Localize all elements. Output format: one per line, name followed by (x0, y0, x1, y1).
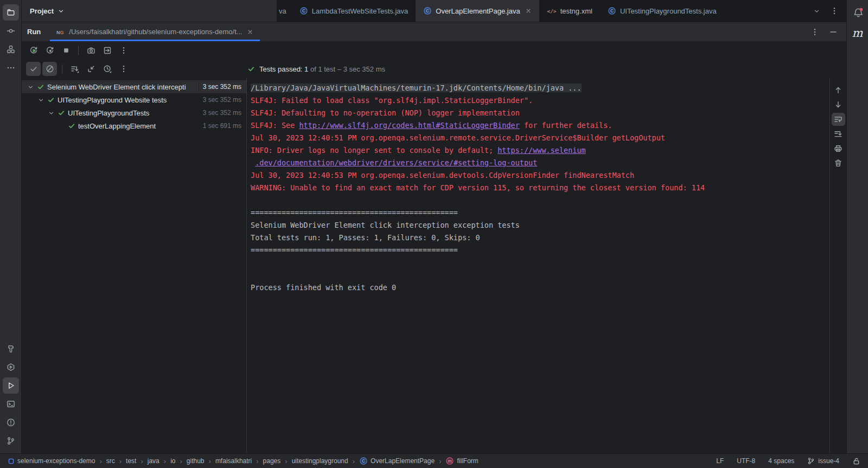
test-history-button[interactable] (100, 62, 114, 76)
breadcrumb-item-io[interactable]: io (170, 457, 175, 465)
console-link[interactable]: https://www.selenium (497, 146, 586, 155)
run-tool-button[interactable] (3, 377, 19, 394)
tab-partial[interactable]: va (277, 0, 292, 22)
breadcrumb-separator: › (180, 457, 182, 465)
readonly-toggle[interactable] (852, 457, 860, 465)
notifications-button[interactable] (850, 4, 866, 21)
breadcrumb-item-src[interactable]: src (106, 457, 115, 465)
tab-list-button[interactable] (813, 8, 820, 15)
breadcrumb-separator: › (256, 457, 258, 465)
breadcrumb-item-uitestingplayground[interactable]: uitestingplayground (292, 457, 348, 465)
problems-tool-button[interactable] (3, 414, 19, 431)
rerun-tests-button[interactable] (26, 43, 41, 57)
main-area: Project va CLambdaTestWebSiteTests.javaC… (22, 0, 846, 453)
encoding-widget[interactable]: UTF-8 (737, 457, 755, 465)
git-branch-icon (7, 437, 15, 445)
run-tool-window-title: Run (22, 22, 50, 41)
editor-tab-testng-xml[interactable]: </>testng.xml (539, 0, 600, 22)
indent-widget[interactable]: 4 spaces (768, 457, 794, 465)
commit-tool-button[interactable] (3, 23, 19, 39)
test-node-label: UITestingPlaygroundTests (68, 109, 200, 117)
breadcrumb-item-pages[interactable]: pages (263, 457, 281, 465)
more-options-button[interactable] (116, 43, 131, 57)
test-tree-row[interactable]: testOverLappingElement1 sec 691 ms (22, 119, 246, 132)
run-tool-window-header: Run NG /Users/faisalkhatri/github/seleni… (22, 22, 846, 41)
chevron-down-icon[interactable] (47, 110, 55, 117)
tool-window-options-button[interactable] (810, 28, 819, 36)
run-configuration-tab[interactable]: NG /Users/faisalkhatri/github/selenium-e… (50, 22, 259, 41)
breadcrumb-item-fillform[interactable]: mfillForm (445, 457, 478, 465)
scroll-to-end-button[interactable] (832, 127, 845, 140)
editor-options-button[interactable] (830, 7, 839, 15)
next-occurrence-button[interactable] (832, 98, 845, 111)
breadcrumb-label: io (170, 457, 175, 465)
close-icon[interactable] (247, 29, 253, 35)
editor-tab-overlapelementpage-java[interactable]: COverLapElementPage.java (416, 0, 539, 22)
test-duration: 3 sec 352 ms (199, 83, 241, 91)
top-row: Project va CLambdaTestWebSiteTests.javaC… (22, 0, 846, 22)
import-test-results-button[interactable] (84, 62, 98, 76)
breadcrumb-item-test[interactable]: test (126, 457, 136, 465)
svg-text:C: C (426, 8, 429, 14)
editor-tab-uitestingplaygroundtests-java[interactable]: CUITestingPlaygroundTests.java (600, 0, 724, 22)
project-tool-window-header[interactable]: Project (22, 0, 277, 22)
toolbar-divider (62, 65, 62, 74)
chevron-down-icon[interactable] (27, 84, 34, 91)
test-tree-row[interactable]: UITestingPlayground Website tests3 sec 3… (22, 93, 246, 106)
class-icon: C (423, 7, 432, 15)
console-text: INFO: Driver logs no longer sent to cons… (251, 146, 497, 155)
editor-tab-lambdatestwebsitetests-java[interactable]: CLambdaTestWebSiteTests.java (292, 0, 416, 22)
svg-text:m: m (448, 458, 452, 464)
console-text: /Library/Java/JavaVirtualMachines/temuri… (251, 84, 582, 92)
console-line: Selenium WebDriver Element click interce… (251, 219, 829, 232)
test-tree-row[interactable]: Selenium WebDriver Element click interce… (22, 80, 246, 93)
breadcrumb-separator: › (439, 457, 441, 465)
breadcrumb-item-overlapelementpage[interactable]: COverLapElementPage (359, 457, 435, 465)
terminal-tool-button[interactable] (3, 396, 19, 412)
chevron-down-icon[interactable] (37, 97, 44, 104)
services-tool-button[interactable] (3, 359, 19, 375)
close-icon[interactable] (525, 8, 532, 14)
line-separator-widget[interactable]: LF (716, 457, 724, 465)
show-passed-toggle[interactable] (26, 62, 41, 76)
services-icon (7, 363, 15, 371)
test-snapshot-button[interactable] (84, 43, 98, 57)
test-node-label: UITestingPlayground Website tests (58, 96, 200, 104)
more-tool-windows-button[interactable] (3, 60, 19, 76)
clear-console-button[interactable] (832, 157, 845, 170)
maven-tool-button[interactable]: m (850, 25, 866, 41)
build-tool-button[interactable] (3, 341, 19, 357)
xml-icon: </> (547, 7, 557, 15)
breadcrumb-separator: › (285, 457, 287, 465)
prev-occurrence-button[interactable] (832, 84, 845, 97)
console-output[interactable]: /Library/Java/JavaVirtualMachines/temuri… (247, 78, 829, 453)
structure-tool-button[interactable] (3, 41, 19, 57)
project-tool-button[interactable] (3, 4, 19, 21)
run-toolbar (22, 41, 846, 60)
git-branch-widget[interactable]: issue-4 (807, 457, 839, 465)
test-tree-row[interactable]: UITestingPlaygroundTests3 sec 352 ms (22, 106, 246, 119)
console-link[interactable]: .dev/documentation/webdriver/drivers/ser… (255, 158, 537, 167)
tree-options-button[interactable] (116, 62, 131, 76)
export-test-results-button[interactable] (100, 43, 114, 57)
tab-label: LambdaTestWebSiteTests.java (312, 7, 409, 15)
method-icon: m (445, 457, 454, 465)
rerun-failed-tests-button[interactable] (42, 43, 57, 57)
breadcrumb-item-github[interactable]: github (187, 457, 205, 465)
breadcrumb-item-mfaisalkhatri[interactable]: mfaisalkhatri (215, 457, 252, 465)
console-link[interactable]: http://www.slf4j.org/codes.html#StaticLo… (299, 121, 519, 130)
hide-tool-window-button[interactable] (829, 28, 838, 36)
class-icon: C (359, 457, 368, 465)
show-ignored-toggle[interactable] (42, 62, 57, 76)
left-tool-stripe (0, 0, 22, 453)
soft-wrap-toggle[interactable] (832, 113, 845, 126)
test-duration: 3 sec 352 ms (203, 96, 241, 104)
print-console-button[interactable] (832, 142, 845, 155)
sort-tests-button[interactable] (67, 62, 82, 76)
breadcrumb-item-java[interactable]: java (148, 457, 159, 465)
version-control-tool-button[interactable] (3, 433, 19, 449)
stop-button[interactable] (59, 43, 73, 57)
test-passed-icon (68, 122, 75, 130)
breadcrumb-item-selenium-exceptions-demo[interactable]: selenium-exceptions-demo (8, 457, 95, 465)
console-line: SLF4J: Defaulting to no-operation (NOP) … (251, 107, 829, 119)
